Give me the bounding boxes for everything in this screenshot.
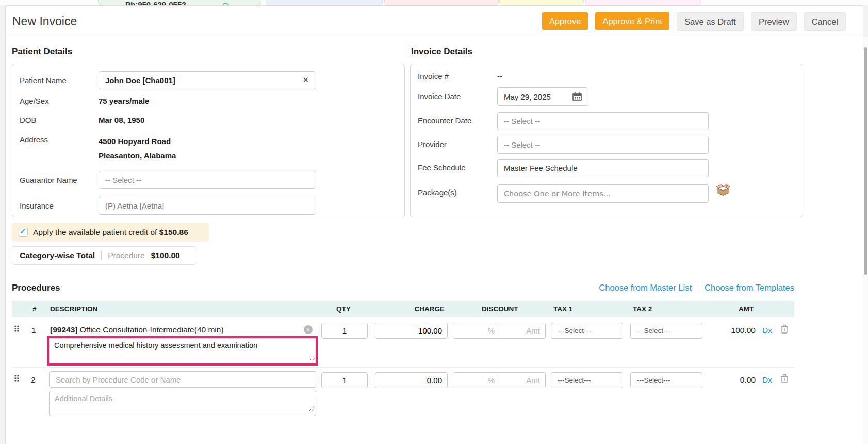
patient-name-input[interactable] — [99, 71, 315, 89]
address-label: Address — [20, 135, 48, 144]
row2-dx-link[interactable]: Dx — [762, 375, 772, 385]
row2-discount-percent-input[interactable] — [453, 373, 499, 388]
scrollbar-thumb[interactable] — [864, 47, 867, 275]
approve-button[interactable]: Approve — [542, 12, 588, 30]
resize-grip-icon[interactable] — [310, 353, 315, 362]
invoice-date-field[interactable]: May 29, 2025 — [497, 87, 587, 106]
apply-credit-checkbox[interactable]: ✓ — [19, 228, 28, 237]
provider-select[interactable]: -- Select -- — [497, 136, 709, 154]
fee-schedule-label: Fee Schedule — [418, 163, 466, 172]
patient-name-field-wrap: ✕ — [99, 71, 315, 89]
patient-name-label: Patient Name — [20, 76, 67, 85]
row2-tax1-select[interactable]: ---Select--- — [551, 372, 623, 388]
insurance-field[interactable]: (P) Aetna [Aetna] — [99, 197, 315, 215]
save-draft-button[interactable]: Save as Draft — [677, 12, 744, 31]
top-card-blue[interactable] — [266, 0, 383, 5]
row1-details-highlight: Comprehensive medical history assessment… — [47, 336, 318, 366]
row-separator — [12, 367, 794, 368]
row1-dx-link[interactable]: Dx — [762, 326, 772, 335]
row1-tax1-select[interactable]: ---Select--- — [551, 323, 623, 339]
header-actions: Approve Approve & Print Save as Draft Pr… — [542, 12, 846, 31]
row2-procedure-search-input[interactable] — [49, 371, 316, 388]
invoice-details-card: Invoice # -- Invoice Date May 29, 2025 E… — [410, 64, 803, 217]
col-amt: AMT — [739, 305, 754, 313]
row2-tax2-select[interactable]: ---Select--- — [630, 372, 702, 388]
new-invoice-screen: Ph:950-629-0552 New Invoice Approve Appr… — [0, 0, 868, 444]
age-sex-value: 75 years/male — [99, 97, 149, 105]
row1-tax2-select[interactable]: ---Select--- — [630, 323, 702, 339]
category-total-label: Category-wise Total — [20, 251, 95, 260]
credit-text: Apply the available patient credit of $1… — [33, 228, 188, 237]
calendar-icon[interactable] — [572, 91, 582, 103]
packages-select[interactable]: Choose One or More Items... — [497, 184, 709, 203]
provider-label: Provider — [418, 140, 447, 149]
address-line1: 4500 Hopyard Road — [99, 137, 171, 146]
row1-procedure-name: Office Consultation-Intermediate(40 min) — [77, 325, 223, 334]
fee-schedule-field[interactable]: Master Fee Schedule — [497, 159, 709, 177]
row1-delete-icon[interactable] — [780, 324, 789, 336]
category-name: Procedure — [108, 251, 145, 260]
row1-charge-input[interactable] — [375, 323, 448, 339]
patient-credit-banner: ✓ Apply the available patient credit of … — [12, 223, 209, 242]
dob-label: DOB — [20, 116, 37, 124]
checkmark-icon: ✓ — [20, 227, 26, 236]
col-qty: QTY — [336, 305, 351, 313]
row1-clear-icon[interactable]: ✕ — [304, 325, 313, 334]
header-divider — [6, 37, 863, 37]
patient-details-card: Patient Name ✕ Age/Sex 75 years/male DOB… — [12, 64, 405, 217]
row2-delete-icon[interactable] — [780, 374, 789, 385]
col-charge: CHARGE — [397, 305, 445, 313]
top-card-red[interactable] — [384, 0, 499, 5]
page-title: New Invoice — [12, 14, 77, 28]
resize-grip-icon[interactable] — [309, 404, 314, 413]
svg-text:+: + — [725, 183, 729, 189]
top-card-phone[interactable]: Ph:950-629-0552 — [98, 0, 261, 5]
procedures-heading: Procedures — [12, 283, 60, 293]
row1-number: 1 — [31, 326, 36, 335]
patient-details-heading: Patient Details — [12, 46, 72, 57]
divider — [698, 282, 698, 293]
approve-print-button[interactable]: Approve & Print — [595, 12, 669, 30]
guarantor-select[interactable]: -- Select -- — [99, 171, 315, 189]
row2-details-wrap — [49, 391, 316, 416]
preview-button[interactable]: Preview — [751, 12, 797, 31]
row2-amount: 0.00 — [717, 375, 756, 385]
invoice-details-heading: Invoice Details — [411, 46, 472, 57]
row2-discount-amount-input[interactable] — [499, 373, 545, 388]
row1-discount-percent-input[interactable] — [453, 323, 499, 338]
drag-handle[interactable]: ⠿ — [13, 324, 19, 335]
credit-amount: $150.86 — [159, 228, 188, 236]
packages-label: Package(s) — [418, 188, 457, 197]
row1-details-textarea[interactable]: Comprehensive medical history assessment… — [49, 338, 316, 363]
row2-details-textarea[interactable] — [49, 391, 316, 416]
choose-templates-link[interactable]: Choose from Templates — [705, 283, 794, 293]
age-sex-label: Age/Sex — [20, 97, 49, 105]
dob-value: Mar 08, 1950 — [99, 116, 144, 124]
top-cutoff-strip: Ph:950-629-0552 — [0, 0, 868, 5]
choose-master-list-link[interactable]: Choose from Master List — [599, 283, 692, 293]
cancel-button[interactable]: Cancel — [804, 12, 846, 31]
row1-qty-input[interactable] — [321, 323, 368, 339]
col-discount: DISCOUNT — [482, 305, 518, 313]
invoice-number-label: Invoice # — [418, 72, 449, 81]
col-tax2: TAX 2 — [633, 305, 652, 313]
row2-charge-input[interactable] — [375, 372, 448, 388]
row2-discount-group — [453, 372, 546, 388]
procedures-links: Choose from Master List Choose from Temp… — [599, 282, 794, 293]
col-num: # — [32, 305, 37, 313]
clear-patient-icon[interactable]: ✕ — [302, 75, 309, 85]
row2-qty-input[interactable] — [321, 372, 368, 388]
encounter-date-select[interactable]: -- Select -- — [497, 112, 709, 130]
row1-procedure-code: [99243] — [50, 325, 77, 334]
drag-handle[interactable]: ⠿ — [13, 374, 19, 385]
row1-discount-group — [453, 323, 546, 339]
add-package-icon[interactable]: + — [716, 183, 730, 198]
divider — [101, 251, 102, 260]
invoice-number-value: -- — [497, 72, 502, 81]
row1-discount-amount-input[interactable] — [499, 323, 545, 338]
top-card-pink[interactable] — [585, 0, 701, 5]
phone-number: Ph:950-629-0552 — [125, 0, 186, 5]
row1-amount: 100.00 — [717, 326, 756, 335]
top-card-yellow[interactable] — [499, 0, 584, 5]
row2-number: 2 — [31, 375, 36, 385]
